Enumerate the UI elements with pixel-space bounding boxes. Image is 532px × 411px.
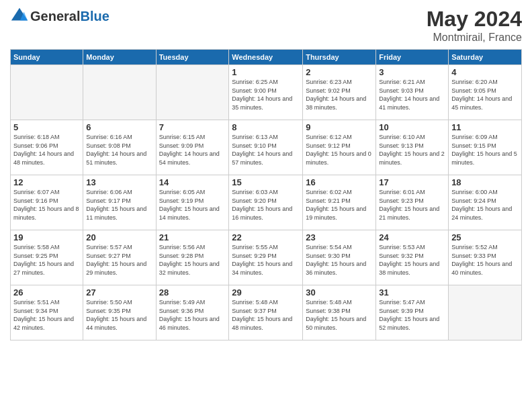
day-info: Sunrise: 5:54 AM Sunset: 9:30 PM Dayligh… <box>306 243 373 277</box>
calendar-cell: 22Sunrise: 5:55 AM Sunset: 9:29 PM Dayli… <box>229 230 303 285</box>
day-info: Sunrise: 6:02 AM Sunset: 9:21 PM Dayligh… <box>306 188 373 222</box>
day-number: 21 <box>159 232 226 242</box>
calendar-cell: 6Sunrise: 6:16 AM Sunset: 9:08 PM Daylig… <box>83 120 156 175</box>
calendar-cell: 24Sunrise: 5:53 AM Sunset: 9:32 PM Dayli… <box>376 230 449 285</box>
logo-blue: Blue <box>80 9 109 24</box>
calendar-cell: 30Sunrise: 5:48 AM Sunset: 9:38 PM Dayli… <box>303 285 376 340</box>
week-row-3: 19Sunrise: 5:58 AM Sunset: 9:25 PM Dayli… <box>11 230 522 285</box>
page: GeneralBlue May 2024 Montmirail, France … <box>0 0 532 347</box>
calendar-cell: 13Sunrise: 6:06 AM Sunset: 9:17 PM Dayli… <box>83 175 156 230</box>
week-row-4: 26Sunrise: 5:51 AM Sunset: 9:34 PM Dayli… <box>11 285 522 340</box>
day-info: Sunrise: 5:57 AM Sunset: 9:27 PM Dayligh… <box>86 243 152 277</box>
calendar-cell <box>449 285 522 340</box>
header: GeneralBlue May 2024 Montmirail, France <box>10 7 522 44</box>
day-number: 17 <box>379 177 445 187</box>
calendar-cell: 29Sunrise: 5:48 AM Sunset: 9:37 PM Dayli… <box>229 285 303 340</box>
day-info: Sunrise: 6:03 AM Sunset: 9:20 PM Dayligh… <box>232 188 300 222</box>
calendar-cell: 31Sunrise: 5:47 AM Sunset: 9:39 PM Dayli… <box>376 285 449 340</box>
day-info: Sunrise: 6:05 AM Sunset: 9:19 PM Dayligh… <box>159 188 226 222</box>
day-number: 11 <box>451 122 519 132</box>
day-info: Sunrise: 6:15 AM Sunset: 9:09 PM Dayligh… <box>159 133 226 167</box>
day-info: Sunrise: 6:09 AM Sunset: 9:15 PM Dayligh… <box>451 133 519 167</box>
day-info: Sunrise: 5:55 AM Sunset: 9:29 PM Dayligh… <box>232 243 300 277</box>
week-row-0: 1Sunrise: 6:25 AM Sunset: 9:00 PM Daylig… <box>11 65 522 120</box>
location-title: Montmirail, France <box>427 32 522 44</box>
day-info: Sunrise: 5:53 AM Sunset: 9:32 PM Dayligh… <box>379 243 445 277</box>
day-number: 31 <box>379 287 445 298</box>
calendar-cell: 19Sunrise: 5:58 AM Sunset: 9:25 PM Dayli… <box>11 230 83 285</box>
week-row-1: 5Sunrise: 6:18 AM Sunset: 9:06 PM Daylig… <box>11 120 522 175</box>
calendar-cell: 11Sunrise: 6:09 AM Sunset: 9:15 PM Dayli… <box>449 120 522 175</box>
day-number: 25 <box>451 232 519 242</box>
day-number: 27 <box>86 287 152 298</box>
calendar-cell: 10Sunrise: 6:10 AM Sunset: 9:13 PM Dayli… <box>376 120 449 175</box>
day-number: 28 <box>159 287 226 298</box>
calendar-cell: 28Sunrise: 5:49 AM Sunset: 9:36 PM Dayli… <box>156 285 229 340</box>
day-info: Sunrise: 5:48 AM Sunset: 9:38 PM Dayligh… <box>306 298 373 332</box>
calendar-cell: 8Sunrise: 6:13 AM Sunset: 9:10 PM Daylig… <box>229 120 303 175</box>
calendar-cell: 14Sunrise: 6:05 AM Sunset: 9:19 PM Dayli… <box>156 175 229 230</box>
calendar-cell: 20Sunrise: 5:57 AM Sunset: 9:27 PM Dayli… <box>83 230 156 285</box>
calendar-cell: 3Sunrise: 6:21 AM Sunset: 9:03 PM Daylig… <box>376 65 449 120</box>
day-info: Sunrise: 6:23 AM Sunset: 9:02 PM Dayligh… <box>306 78 373 111</box>
calendar-cell: 16Sunrise: 6:02 AM Sunset: 9:21 PM Dayli… <box>303 175 376 230</box>
calendar-cell: 9Sunrise: 6:12 AM Sunset: 9:12 PM Daylig… <box>303 120 376 175</box>
day-number: 19 <box>13 232 80 242</box>
weekday-header-tuesday: Tuesday <box>156 50 229 65</box>
day-number: 2 <box>306 67 373 77</box>
day-info: Sunrise: 5:50 AM Sunset: 9:35 PM Dayligh… <box>86 298 152 332</box>
weekday-header-row: SundayMondayTuesdayWednesdayThursdayFrid… <box>11 50 522 65</box>
day-number: 3 <box>379 67 445 77</box>
day-info: Sunrise: 6:07 AM Sunset: 9:16 PM Dayligh… <box>13 188 80 222</box>
day-info: Sunrise: 6:00 AM Sunset: 9:24 PM Dayligh… <box>451 188 519 222</box>
calendar-cell: 15Sunrise: 6:03 AM Sunset: 9:20 PM Dayli… <box>229 175 303 230</box>
weekday-header-monday: Monday <box>83 50 156 65</box>
week-row-2: 12Sunrise: 6:07 AM Sunset: 9:16 PM Dayli… <box>11 175 522 230</box>
day-number: 26 <box>13 287 80 298</box>
weekday-header-sunday: Sunday <box>11 50 83 65</box>
logo-text: GeneralBlue <box>30 9 109 24</box>
day-info: Sunrise: 6:10 AM Sunset: 9:13 PM Dayligh… <box>379 133 445 167</box>
day-info: Sunrise: 5:58 AM Sunset: 9:25 PM Dayligh… <box>13 243 80 277</box>
day-number: 13 <box>86 177 152 187</box>
calendar-cell: 1Sunrise: 6:25 AM Sunset: 9:00 PM Daylig… <box>229 65 303 120</box>
calendar-cell: 18Sunrise: 6:00 AM Sunset: 9:24 PM Dayli… <box>449 175 522 230</box>
calendar-table: SundayMondayTuesdayWednesdayThursdayFrid… <box>10 49 522 340</box>
day-info: Sunrise: 6:13 AM Sunset: 9:10 PM Dayligh… <box>232 133 300 167</box>
title-block: May 2024 Montmirail, France <box>427 7 522 44</box>
day-number: 8 <box>232 122 300 132</box>
day-number: 16 <box>306 177 373 187</box>
calendar-cell <box>156 65 229 120</box>
day-number: 22 <box>232 232 300 242</box>
weekday-header-wednesday: Wednesday <box>229 50 303 65</box>
day-number: 30 <box>306 287 373 298</box>
calendar-cell: 12Sunrise: 6:07 AM Sunset: 9:16 PM Dayli… <box>11 175 83 230</box>
weekday-header-saturday: Saturday <box>449 50 522 65</box>
day-number: 6 <box>86 122 152 132</box>
day-info: Sunrise: 5:48 AM Sunset: 9:37 PM Dayligh… <box>232 298 300 332</box>
calendar-cell: 26Sunrise: 5:51 AM Sunset: 9:34 PM Dayli… <box>11 285 83 340</box>
day-number: 12 <box>13 177 80 187</box>
day-info: Sunrise: 6:12 AM Sunset: 9:12 PM Dayligh… <box>306 133 373 167</box>
day-number: 29 <box>232 287 300 298</box>
day-info: Sunrise: 6:16 AM Sunset: 9:08 PM Dayligh… <box>86 133 152 167</box>
logo-general: General <box>30 9 80 24</box>
day-info: Sunrise: 6:06 AM Sunset: 9:17 PM Dayligh… <box>86 188 152 222</box>
day-info: Sunrise: 6:20 AM Sunset: 9:05 PM Dayligh… <box>451 78 519 111</box>
calendar-cell: 17Sunrise: 6:01 AM Sunset: 9:23 PM Dayli… <box>376 175 449 230</box>
logo-icon <box>10 7 29 26</box>
day-number: 9 <box>306 122 373 132</box>
calendar-cell <box>83 65 156 120</box>
day-info: Sunrise: 5:47 AM Sunset: 9:39 PM Dayligh… <box>379 298 445 332</box>
day-number: 20 <box>86 232 152 242</box>
day-number: 24 <box>379 232 445 242</box>
weekday-header-thursday: Thursday <box>303 50 376 65</box>
calendar-cell <box>11 65 83 120</box>
day-number: 14 <box>159 177 226 187</box>
day-info: Sunrise: 6:21 AM Sunset: 9:03 PM Dayligh… <box>379 78 445 111</box>
calendar-cell: 25Sunrise: 5:52 AM Sunset: 9:33 PM Dayli… <box>449 230 522 285</box>
day-info: Sunrise: 5:49 AM Sunset: 9:36 PM Dayligh… <box>159 298 226 332</box>
weekday-header-friday: Friday <box>376 50 449 65</box>
calendar-cell: 7Sunrise: 6:15 AM Sunset: 9:09 PM Daylig… <box>156 120 229 175</box>
day-number: 18 <box>451 177 519 187</box>
